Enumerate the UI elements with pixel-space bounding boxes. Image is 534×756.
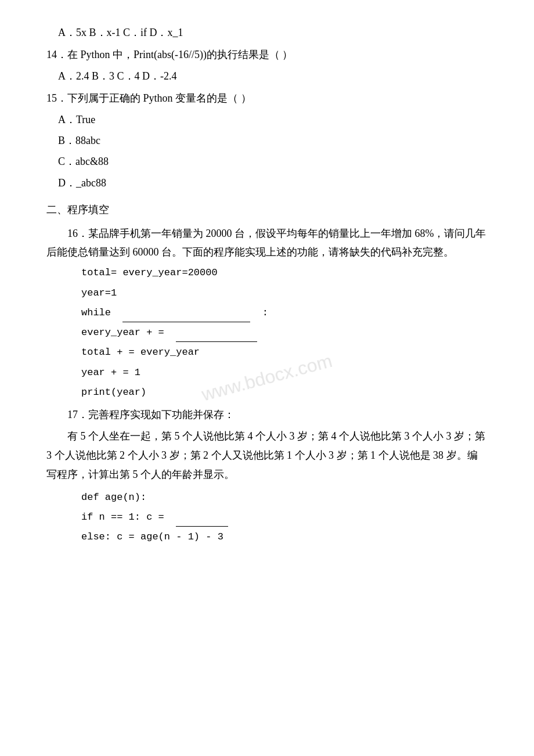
q17-number: 17． <box>67 409 88 420</box>
q17-code-line3: else: c = age(n - 1) - 3 <box>81 528 488 546</box>
q17-code-line1: def age(n): <box>81 488 488 507</box>
q14-number: 14． <box>46 49 67 60</box>
q16-number <box>46 228 67 239</box>
q17-intro: 17．完善程序实现如下功能并保存： <box>46 405 488 424</box>
q13-options: A．5x B．x-1 C．if D．x_1 <box>46 23 488 42</box>
q16-every-year-prefix: every_year + = <box>81 327 164 338</box>
q17-paragraph: 有 5 个人坐在一起，第 5 个人说他比第 4 个人小 3 岁；第 4 个人说他… <box>46 427 488 485</box>
q15-optionC: C．abc&88 <box>46 152 488 171</box>
q16-num-label: 16． <box>67 228 88 239</box>
section2-title: 二、程序填空 <box>46 200 488 219</box>
q16-code-line7: print(year) <box>81 383 488 402</box>
q14-options: A．2.4 B．3 C．4 D．-2.4 <box>46 67 488 85</box>
q16-code-line2: year=1 <box>81 284 488 303</box>
q15-optionA: A．True <box>46 110 488 129</box>
q16-code-line6: year + = 1 <box>81 363 488 382</box>
q16-code-line1: total= every_year=20000 <box>81 264 488 282</box>
q17-text-intro: 完善程序实现如下功能并保存： <box>88 409 234 420</box>
q16-code-line3: while : <box>81 304 488 322</box>
q16-text: 某品牌手机第一年销量为 20000 台，假设平均每年的销量比上一年增加 68%，… <box>46 228 486 258</box>
q15-optionD: D．_abc88 <box>46 174 488 192</box>
q14-text: 14．在 Python 中，Print(abs(-16//5))的执行结果是（ … <box>46 45 488 64</box>
q16-every-year-blank <box>170 327 257 338</box>
q15-content: 下列属于正确的 Python 变量名的是（ ） <box>67 92 251 104</box>
q17-if-prefix: if n == 1: c = <box>81 512 164 523</box>
q16-while-colon: : <box>262 307 268 318</box>
q16-while-blank <box>117 307 256 318</box>
q17-code-line2: if n == 1: c = <box>81 508 488 527</box>
q16-while-prefix: while <box>81 307 111 318</box>
q16-code-line4: every_year + = <box>81 323 488 342</box>
q15-number: 15． <box>46 92 67 104</box>
q15-optionB: B．88abc <box>46 131 488 150</box>
q16-intro: 16．某品牌手机第一年销量为 20000 台，假设平均每年的销量比上一年增加 6… <box>46 224 488 262</box>
q16-code-line5: total + = every_year <box>81 343 488 362</box>
q17-if-blank <box>170 512 228 523</box>
q15-text: 15．下列属于正确的 Python 变量名的是（ ） <box>46 89 488 107</box>
q17-indent <box>46 409 67 420</box>
q14-content: 在 Python 中，Print(abs(-16//5))的执行结果是（ ） <box>67 49 293 60</box>
